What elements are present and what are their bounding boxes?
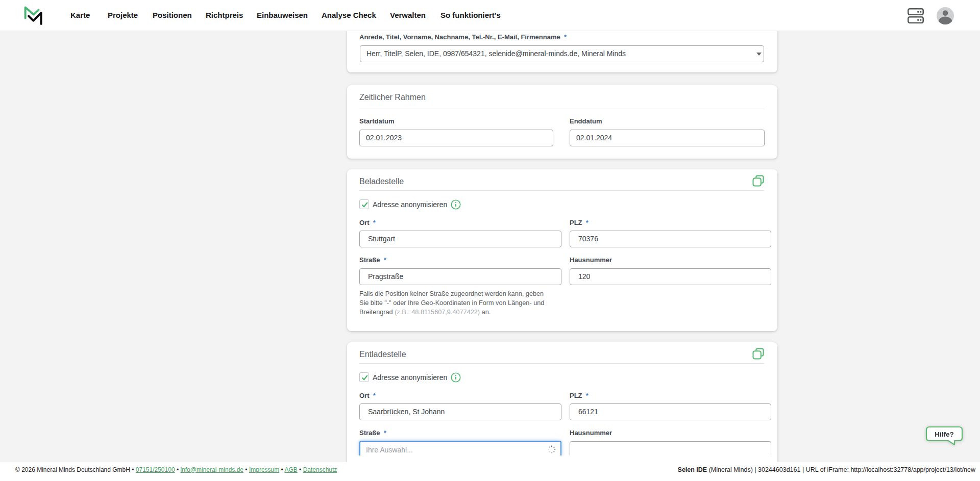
svg-text:Hilfe?: Hilfe? (935, 430, 954, 438)
